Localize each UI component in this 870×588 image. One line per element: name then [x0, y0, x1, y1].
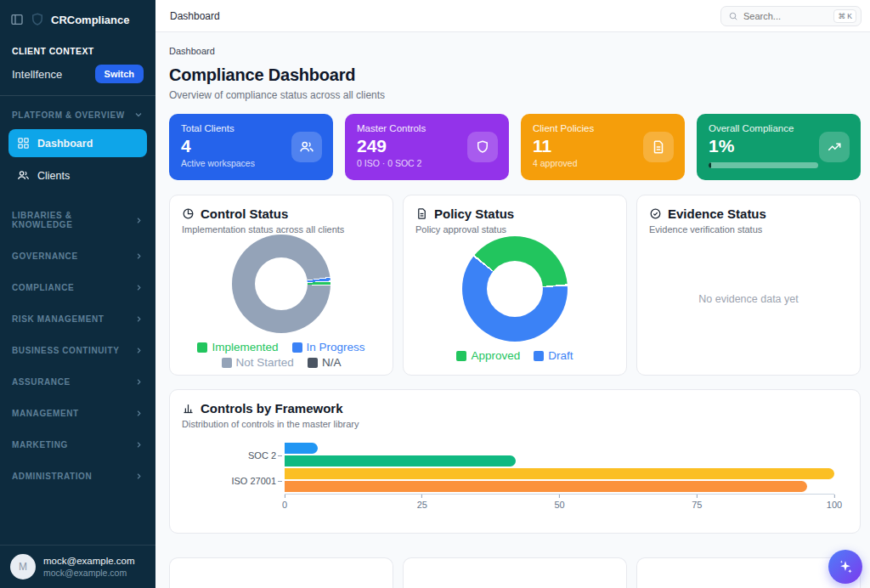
legend-label: Implemented — [212, 341, 278, 353]
trending-up-icon — [827, 139, 842, 155]
stat-card-total-clients[interactable]: Total Clients 4 Active workspaces — [169, 114, 333, 180]
chevron-right-icon — [134, 377, 144, 387]
nav-section-label: LIBRARIES & KNOWLEDGE — [12, 211, 134, 229]
nav-section-platform-overview[interactable]: PLATFORM & OVERVIEW — [8, 105, 147, 125]
card-subtitle: Distribution of controls in the master l… — [182, 419, 848, 429]
control-status-legend: Implemented In Progress Not Started N/A — [182, 341, 381, 369]
x-axis-tick: 100 — [827, 495, 842, 510]
policy-status-card: Policy Status Policy approval status App… — [403, 195, 627, 376]
current-client-name: Intellfence — [12, 68, 62, 81]
sidebar-item-clients[interactable]: Clients — [8, 161, 147, 189]
chevron-right-icon — [134, 216, 144, 225]
nav-section-administration[interactable]: ADMINISTRATION — [8, 461, 147, 492]
nav-section-risk-management[interactable]: RISK MANAGEMENT — [8, 303, 147, 335]
legend-label: Draft — [548, 349, 573, 362]
stat-cards-row: Total Clients 4 Active workspaces Master… — [169, 114, 861, 180]
shield-icon — [475, 139, 490, 155]
nav-section-label: BUSINESS CONTINUITY — [12, 346, 119, 355]
control-status-card: Control Status Implementation status acr… — [169, 195, 393, 376]
content: Dashboard Compliance Dashboard Overview … — [155, 32, 870, 588]
chevron-down-icon — [133, 110, 144, 120]
chevron-right-icon — [134, 283, 144, 292]
nav-section-label: ASSURANCE — [12, 377, 71, 387]
stat-icon-box — [819, 132, 850, 162]
compliance-progress-fill — [709, 162, 711, 168]
y-axis-label-soc2: SOC 2 — [182, 450, 282, 461]
compliance-progress-bar — [709, 162, 818, 168]
app-title: CRCompliance — [51, 14, 129, 26]
nav-section-libraries-knowledge[interactable]: LIBRARIES & KNOWLEDGE — [8, 200, 147, 240]
sidebar-user-footer[interactable]: M mock@example.com mock@example.com — [0, 545, 155, 588]
switch-client-button[interactable]: Switch — [95, 65, 144, 83]
policy-status-donut-chart[interactable] — [462, 236, 568, 342]
bottom-cards-row — [169, 557, 861, 588]
page-subtitle: Overview of compliance status across all… — [169, 89, 861, 101]
bar-soc2-series2[interactable] — [285, 455, 516, 466]
stat-card-overall-compliance[interactable]: Overall Compliance 1% — [697, 114, 861, 180]
card-title: Policy Status — [434, 206, 514, 221]
client-context-label: CLIENT CONTEXT — [12, 46, 144, 56]
nav-section-label: PLATFORM & OVERVIEW — [12, 110, 125, 120]
nav-section-label: COMPLIANCE — [12, 283, 74, 292]
bar-iso27001-series2[interactable] — [285, 481, 807, 492]
nav-section-label: RISK MANAGEMENT — [12, 314, 104, 324]
nav-section-business-continuity[interactable]: BUSINESS CONTINUITY — [8, 335, 147, 366]
legend-swatch — [197, 342, 207, 353]
users-icon — [17, 169, 30, 182]
x-axis: 0 25 50 75 100 — [285, 494, 834, 509]
breadcrumb[interactable]: Dashboard — [169, 46, 861, 56]
nav-section-label: GOVERNANCE — [12, 252, 78, 261]
card-subtitle: Policy approval status — [415, 224, 614, 235]
y-axis-label-iso27001: ISO 27001 — [182, 476, 282, 486]
nav-section-management[interactable]: MANAGEMENT — [8, 398, 147, 429]
ai-assistant-fab[interactable] — [828, 550, 862, 584]
x-axis-tick: 0 — [282, 495, 287, 510]
stat-card-master-controls[interactable]: Master Controls 249 0 ISO · 0 SOC 2 — [345, 114, 509, 180]
chevron-right-icon — [134, 252, 144, 261]
stat-card-client-policies[interactable]: Client Policies 11 4 approved — [521, 114, 685, 180]
legend-item: In Progress — [292, 341, 365, 353]
evidence-status-card: Evidence Status Evidence verification st… — [636, 195, 861, 376]
bar-soc2-series1[interactable] — [285, 443, 318, 454]
chevron-right-icon — [134, 314, 144, 324]
topbar: Dashboard ⌘ K — [155, 0, 870, 32]
status-cards-row: Control Status Implementation status acr… — [169, 195, 861, 376]
framework-bar-chart[interactable]: SOC 2 ISO 27001 0 25 50 75 100 — [182, 443, 848, 509]
check-circle-icon — [649, 207, 662, 220]
nav-section-marketing[interactable]: MARKETING — [8, 429, 147, 461]
partial-card — [636, 557, 861, 588]
nav-section-governance[interactable]: GOVERNANCE — [8, 240, 147, 272]
legend-item: Implemented — [197, 341, 278, 353]
legend-item: Approved — [456, 349, 520, 362]
donut-hole — [255, 257, 308, 310]
evidence-empty-state: No evidence data yet — [649, 235, 848, 364]
legend-label: In Progress — [307, 341, 365, 353]
search-input[interactable] — [743, 11, 822, 21]
app-logo-shield-icon — [30, 12, 45, 27]
search-box[interactable]: ⌘ K — [720, 6, 862, 26]
x-axis-tick: 50 — [554, 495, 564, 510]
sparkles-icon — [837, 558, 854, 575]
bar-chart-icon — [182, 402, 195, 415]
x-axis-tick: 75 — [692, 495, 702, 510]
legend-label: Approved — [471, 349, 520, 362]
legend-swatch — [456, 351, 466, 361]
bar-iso27001-series1[interactable] — [285, 468, 834, 479]
control-status-donut-chart[interactable] — [232, 235, 330, 333]
search-shortcut-badge: ⌘ K — [833, 9, 856, 23]
search-icon — [728, 11, 738, 21]
legend-item: N/A — [308, 356, 342, 369]
sidebar-item-dashboard[interactable]: Dashboard — [8, 129, 147, 157]
users-icon — [299, 139, 314, 155]
file-text-icon — [415, 207, 428, 220]
card-title: Control Status — [201, 206, 288, 221]
nav-section-assurance[interactable]: ASSURANCE — [8, 366, 147, 398]
legend-swatch — [534, 351, 544, 361]
sidebar-collapse-icon[interactable] — [10, 13, 24, 26]
sidebar-item-label: Dashboard — [37, 138, 93, 150]
user-name: mock@example.com — [43, 556, 135, 566]
chevron-right-icon — [134, 346, 144, 355]
x-axis-tick: 25 — [417, 495, 427, 510]
nav-section-compliance[interactable]: COMPLIANCE — [8, 272, 147, 303]
pie-chart-icon — [182, 207, 195, 220]
